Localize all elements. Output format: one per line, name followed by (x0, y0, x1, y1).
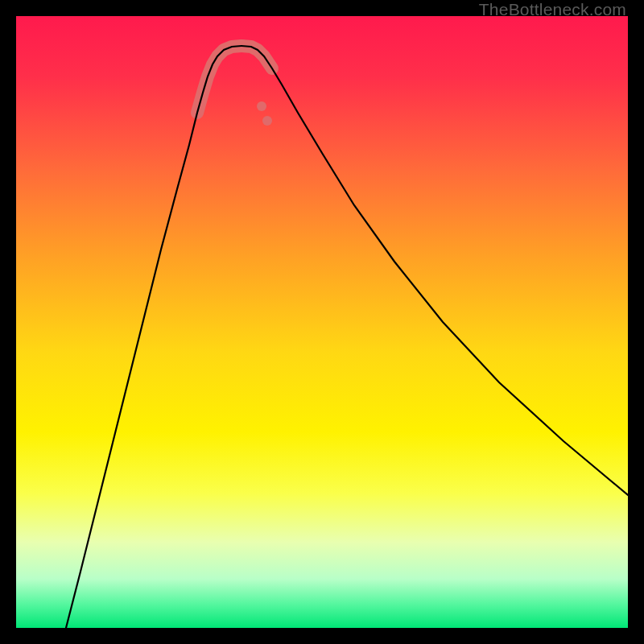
bottleneck-chart (16, 16, 628, 628)
chart-frame (16, 16, 628, 628)
gradient-background (16, 16, 628, 628)
marker-dot (262, 116, 272, 126)
watermark-text: TheBottleneck.com (479, 0, 626, 19)
marker-dot (257, 101, 266, 111)
